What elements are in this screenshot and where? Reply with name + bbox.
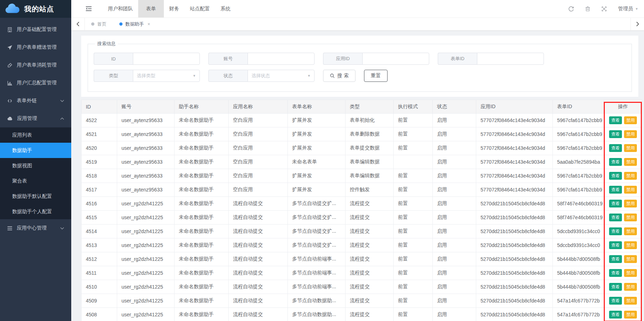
sidebar-item-用户基础配置管理[interactable]: 用户基础配置管理	[0, 21, 71, 38]
cell: 4521	[82, 127, 117, 141]
disable-button[interactable]: 禁用	[624, 116, 637, 124]
tab-数据助手[interactable]: 数据助手×	[113, 18, 157, 30]
cell: 前置	[394, 252, 433, 266]
sidebar-subitem-聚合表[interactable]: 聚合表	[0, 173, 71, 189]
disable-button[interactable]: 禁用	[624, 172, 637, 180]
cell: 流程提交	[346, 308, 394, 321]
sidebar-subitem-数据助手个人配置[interactable]: 数据助手个人配置	[0, 204, 71, 219]
view-button[interactable]: 查看	[609, 186, 622, 194]
cell: 表单删除数据	[346, 127, 394, 141]
sidebar-item-用户表单消耗管理[interactable]: 用户表单消耗管理	[0, 56, 71, 74]
disable-button[interactable]: 禁用	[624, 158, 637, 166]
disable-button[interactable]: 禁用	[624, 227, 637, 235]
reset-button[interactable]: 重置	[364, 70, 388, 82]
field-label: 状态	[208, 70, 248, 82]
sidebar-subitem-数据助手默认配置[interactable]: 数据助手默认配置	[0, 189, 71, 204]
actions-cell: 查看禁用	[604, 294, 642, 308]
refresh-icon[interactable]	[568, 6, 574, 12]
disable-button[interactable]: 禁用	[624, 269, 637, 277]
disable-button[interactable]: 禁用	[624, 144, 637, 152]
sidebar-subitem-数据视图[interactable]: 数据视图	[0, 158, 71, 173]
disable-button[interactable]: 禁用	[624, 186, 637, 194]
field-input-ID[interactable]	[133, 53, 200, 65]
view-button[interactable]: 查看	[609, 227, 622, 235]
cell: 空白应用	[229, 183, 288, 197]
cell: 空白应用	[229, 127, 288, 141]
view-button[interactable]: 查看	[609, 130, 622, 138]
field-input-表单ID[interactable]	[477, 53, 544, 65]
sidebar-item-用户汇总配置管理[interactable]: 用户汇总配置管理	[0, 74, 71, 92]
tab-dot-icon	[119, 22, 123, 26]
cell: 启用	[433, 183, 476, 197]
field-select-状态[interactable]: 选择状态▼	[248, 70, 315, 82]
nav-item-用户和团队[interactable]: 用户和团队	[103, 0, 138, 17]
cell: 流程提交	[346, 280, 394, 294]
disable-button[interactable]: 禁用	[624, 200, 637, 207]
view-button[interactable]: 查看	[609, 255, 622, 263]
sidebar-item-应用中心管理[interactable]: 应用中心管理	[0, 219, 71, 237]
sidebar-item-用户表单赠送管理[interactable]: 用户表单赠送管理	[0, 38, 71, 56]
cell: 前置	[394, 169, 433, 183]
view-button[interactable]: 查看	[609, 311, 622, 319]
cell: 未命名数据助手	[175, 280, 229, 294]
cell: user_aytenz95633	[117, 141, 175, 155]
tab-首页[interactable]: 首页	[85, 18, 113, 30]
disable-button[interactable]: 禁用	[624, 283, 637, 291]
data-table-wrap: ID账号助手名称应用名称表单名称类型执行模式状态应用ID表单ID操作4522us…	[81, 100, 642, 321]
disable-button[interactable]: 禁用	[624, 214, 637, 221]
field-input-账号[interactable]	[248, 53, 315, 65]
sidebar-collapse-icon[interactable]	[85, 0, 92, 17]
view-button[interactable]: 查看	[609, 241, 622, 249]
sidebar-item-label: 用户汇总配置管理	[17, 80, 57, 86]
cell: 未命名数据助手	[175, 308, 229, 321]
cell: 未命名数据助手	[175, 127, 229, 141]
cell: 未命名数据助手	[175, 169, 229, 183]
cell: 流程自动提交	[229, 211, 288, 225]
table-row: 4509user_rg2dzh41225未命名数据助手流程自动提交多节点自动数据…	[82, 294, 642, 308]
trash-icon[interactable]	[585, 6, 591, 12]
disable-button[interactable]: 禁用	[624, 255, 637, 263]
search-button[interactable]: 搜 索	[323, 70, 355, 82]
nav-item-财务[interactable]: 财务	[164, 0, 185, 17]
view-button[interactable]: 查看	[609, 269, 622, 277]
view-button[interactable]: 查看	[609, 214, 622, 221]
sidebar-item-label: 用户表单赠送管理	[17, 44, 57, 51]
field-input-应用ID[interactable]	[362, 53, 429, 65]
cell: 5270dd21b15045cb8cfde4d8	[476, 308, 553, 321]
view-button[interactable]: 查看	[609, 116, 622, 124]
view-button[interactable]: 查看	[609, 283, 622, 291]
tabs-scroll-left-icon[interactable]	[71, 18, 85, 30]
table-row: 4521user_aytenz95633未命名数据助手空白应用扩展并发表单删除数…	[82, 127, 642, 141]
nav-item-表单[interactable]: 表单	[138, 0, 164, 17]
open-tabs: 首页数据助手×	[85, 18, 157, 30]
tabs-scroll-right-icon[interactable]	[630, 18, 644, 30]
fullscreen-icon[interactable]	[601, 6, 607, 12]
disable-button[interactable]: 禁用	[624, 297, 637, 305]
view-button[interactable]: 查看	[609, 158, 622, 166]
cell: user_rg2dzh41225	[117, 266, 175, 280]
sidebar-subitem-应用列表[interactable]: 应用列表	[0, 127, 71, 143]
tab-close-icon[interactable]: ×	[147, 21, 150, 27]
disable-button[interactable]: 禁用	[624, 130, 637, 138]
nav-item-系统[interactable]: 系统	[215, 0, 236, 17]
user-dropdown[interactable]: 管理员 ▼	[618, 6, 638, 12]
field-select-类型[interactable]: 选择类型▼	[133, 70, 200, 82]
cell: 流程自动提交	[229, 225, 288, 238]
site-logo[interactable]: 我的站点	[0, 0, 71, 18]
sidebar-item-表单外链[interactable]: 表单外链	[0, 92, 71, 110]
view-button[interactable]: 查看	[609, 172, 622, 180]
disable-button[interactable]: 禁用	[624, 241, 637, 249]
cell: 启用	[433, 308, 476, 321]
disable-button[interactable]: 禁用	[624, 311, 637, 319]
cell: 前置	[394, 238, 433, 252]
cell: 多节点自动前端事...	[288, 266, 346, 280]
cell: user_aytenz95633	[117, 114, 175, 127]
view-button[interactable]: 查看	[609, 200, 622, 207]
sidebar-item-应用管理[interactable]: 应用管理	[0, 110, 71, 127]
view-button[interactable]: 查看	[609, 144, 622, 152]
cell: 启用	[433, 225, 476, 238]
view-button[interactable]: 查看	[609, 297, 622, 305]
column-header-执行模式: 执行模式	[394, 100, 433, 114]
sidebar-subitem-数据助手[interactable]: 数据助手	[0, 143, 71, 158]
nav-item-站点配置[interactable]: 站点配置	[185, 0, 215, 17]
